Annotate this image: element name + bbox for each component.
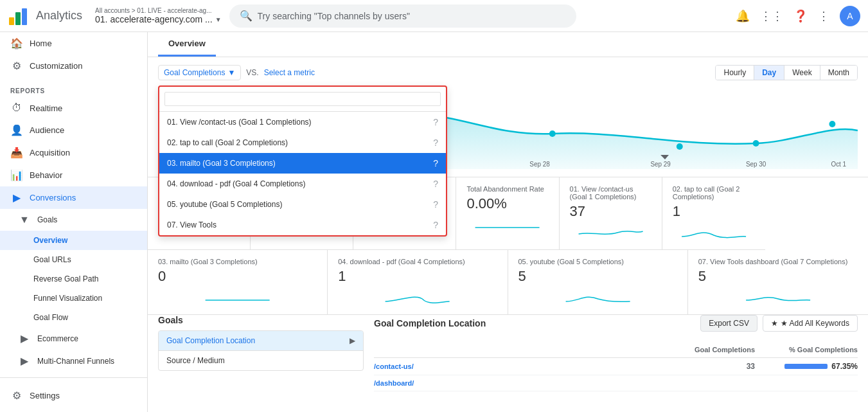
time-btn-week[interactable]: Week <box>784 66 820 80</box>
svg-point-5 <box>677 143 683 150</box>
col-header-pct: % Goal Completions <box>755 346 858 354</box>
sidebar-item-settings[interactable]: ⚙ Settings <box>10 386 137 406</box>
metric-value-goal5: 5 <box>518 268 677 285</box>
sidebar-sub-conversions: ▼ Goals Overview Goal URLs Reverse Goal … <box>0 209 147 372</box>
svg-text:Sep 29: Sep 29 <box>650 161 671 168</box>
goals-table-title: Goal Completion Location <box>374 318 486 328</box>
app-title: Analytics <box>36 9 82 22</box>
more-icon[interactable]: ⋮ <box>818 9 829 23</box>
vs-label: VS. <box>246 68 258 77</box>
spark-goal2 <box>673 222 755 242</box>
metrics-grid-2: 03. mailto (Goal 3 Completions) 0 04. do… <box>148 250 868 315</box>
metric-value-abandonment: 0.00% <box>466 195 548 212</box>
time-btn-hourly[interactable]: Hourly <box>716 66 754 80</box>
dropdown-item-3[interactable]: 04. download - pdf (Goal 4 Completions) … <box>159 174 446 194</box>
metric-cell-goal4: 04. download - pdf (Goal 4 Completions) … <box>328 250 508 314</box>
sidebar-item-goal-urls[interactable]: Goal URLs <box>0 250 147 269</box>
table-actions: Export CSV ★ ★ Add All Keywords <box>700 315 858 332</box>
sidebar-item-audience[interactable]: 👤 Audience <box>0 119 147 141</box>
notifications-icon[interactable]: 🔔 <box>736 9 750 23</box>
sidebar-item-acquisition[interactable]: 📥 Acquisition <box>0 141 147 164</box>
time-btn-day[interactable]: Day <box>754 66 784 80</box>
help-icon-4: ? <box>433 199 438 210</box>
metric-selector[interactable]: Goal Completions ▼ <box>158 65 241 80</box>
metric-selector-wrapper: Goal Completions ▼ 01. View /contact-us … <box>158 65 241 80</box>
metric-value-goal2: 1 <box>673 203 755 220</box>
metric-value-goal7: 5 <box>698 268 858 285</box>
sidebar-item-goal-flow[interactable]: Goal Flow <box>0 308 147 327</box>
time-btn-month[interactable]: Month <box>820 66 857 80</box>
customization-icon: ⚙ <box>10 60 23 72</box>
metric-label-goal4: 04. download - pdf (Goal 4 Completions) <box>338 258 497 265</box>
table-path-1[interactable]: /dashboard/ <box>374 379 665 387</box>
dropdown-item-4[interactable]: 05. youtube (Goal 5 Completions) ? <box>159 194 446 215</box>
dropdown-item-5[interactable]: 07. View Tools ? <box>159 215 446 235</box>
goals-list-item-0[interactable]: Goal Completion Location ▶ <box>159 331 363 351</box>
metric-cell-goal2: 02. tap to call (Goal 2 Completions) 1 <box>662 177 765 250</box>
sidebar-item-reverse-goal-path[interactable]: Reverse Goal Path <box>0 269 147 289</box>
account-name[interactable]: 01. accelerate-agency.com ... ▼ <box>95 14 222 24</box>
behavior-icon: 📊 <box>10 169 23 181</box>
spark-goal5 <box>518 287 677 307</box>
sidebar-item-customization[interactable]: ⚙ Customization <box>0 55 147 77</box>
search-bar[interactable]: 🔍 <box>229 4 576 28</box>
star-icon: ★ <box>771 319 778 328</box>
metric-cell-goal7: 07. View Tools dashboard (Goal 7 Complet… <box>688 250 868 314</box>
settings-icon: ⚙ <box>10 390 23 402</box>
pct-bar-0 <box>784 364 828 369</box>
metric-cell-goal5: 05. youtube (Goal 5 Completions) 5 <box>508 250 688 314</box>
metric-cell-abandonment: Total Abandonment Rate 0.00% <box>456 177 559 250</box>
sidebar-item-behavior[interactable]: 📊 Behavior <box>0 164 147 186</box>
sidebar-item-overview[interactable]: Overview <box>0 231 147 250</box>
goals-table: Goal Completion Location Export CSV ★ ★ … <box>374 315 858 391</box>
dropdown-item-2[interactable]: 03. mailto (Goal 3 Completions) ? <box>159 153 446 174</box>
home-icon: 🏠 <box>10 37 23 49</box>
table-completions-0: 33 <box>665 362 755 371</box>
sidebar-item-home[interactable]: 🏠 Home <box>0 32 147 55</box>
sidebar-item-realtime[interactable]: ⏱ Realtime <box>0 97 147 119</box>
goals-list: Goal Completion Location ▶ Source / Medi… <box>158 330 364 371</box>
add-keywords-button[interactable]: ★ ★ Add All Keywords <box>763 315 858 332</box>
svg-text:Oct 1: Oct 1 <box>831 161 846 168</box>
spark-goal7 <box>698 287 858 307</box>
sidebar-item-goals[interactable]: ▼ Goals <box>0 209 147 231</box>
spark-goal1 <box>570 222 651 242</box>
sidebar-item-funnel-vis[interactable]: Funnel Visualization <box>0 289 147 308</box>
bottom-section: Goals Goal Completion Location ▶ Source … <box>148 315 868 402</box>
dropdown-search <box>159 87 446 112</box>
table-path-0[interactable]: /contact-us/ <box>374 363 665 370</box>
search-input[interactable] <box>258 11 566 21</box>
tab-bar: Overview <box>148 32 868 57</box>
metric-label-goal2: 02. tap to call (Goal 2 Completions) <box>673 185 755 201</box>
account-selector[interactable]: All accounts > 01. LIVE - accelerate-ag.… <box>95 7 222 24</box>
metric-label-goal7: 07. View Tools dashboard (Goal 7 Complet… <box>698 258 858 265</box>
goals-section-title: Goals <box>158 315 364 325</box>
help-icon-0: ? <box>433 117 438 127</box>
col-header-completions: Goal Completions <box>665 346 755 354</box>
tab-overview[interactable]: Overview <box>158 32 216 57</box>
sidebar-item-ecommerce[interactable]: ▶ Ecommerce <box>0 327 147 350</box>
avatar[interactable]: A <box>840 6 860 26</box>
metric-value-goal3: 0 <box>158 268 317 285</box>
metric-label-goal1: 01. View /contact-us (Goal 1 Completions… <box>570 185 651 201</box>
metric-selector-chevron-icon: ▼ <box>227 68 235 77</box>
sidebar-item-multichannel[interactable]: ▶ Multi-Channel Funnels <box>0 350 147 372</box>
account-chevron-icon: ▼ <box>215 16 222 23</box>
goals-nav: Goals Goal Completion Location ▶ Source … <box>158 315 364 391</box>
help-icon[interactable]: ❓ <box>793 9 808 23</box>
table-row-0: /contact-us/ 33 67.35% <box>374 358 858 375</box>
dropdown-list: 01. View /contact-us (Goal 1 Completions… <box>159 112 446 235</box>
export-csv-button[interactable]: Export CSV <box>700 315 757 332</box>
apps-icon[interactable]: ⋮⋮ <box>760 9 783 23</box>
goals-list-item-1[interactable]: Source / Medium <box>159 351 363 370</box>
spark-abandonment <box>466 215 548 234</box>
select-metric-link[interactable]: Select a metric <box>264 68 315 77</box>
table-pct-0: 67.35% <box>755 362 858 371</box>
dropdown-item-1[interactable]: 02. tap to call (Goal 2 Completions) ? <box>159 132 446 153</box>
sidebar-item-conversions[interactable]: ▶ Conversions <box>0 186 147 209</box>
dropdown-item-0[interactable]: 01. View /contact-us (Goal 1 Completions… <box>159 112 446 132</box>
svg-point-6 <box>753 140 759 147</box>
metric-value-goal1: 37 <box>570 203 651 220</box>
dropdown-search-input[interactable] <box>164 92 441 106</box>
sidebar-sub-goals: Overview Goal URLs Reverse Goal Path Fun… <box>0 231 147 327</box>
